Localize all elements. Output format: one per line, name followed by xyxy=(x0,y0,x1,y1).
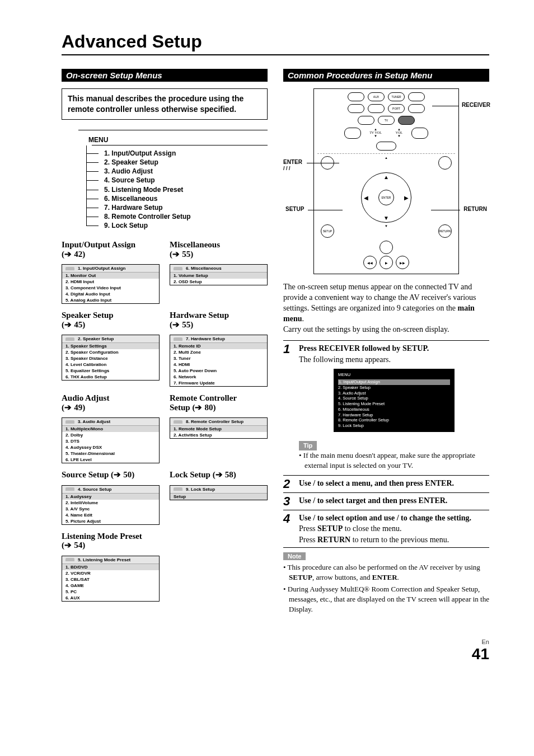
note-1: • This procedure can also be performed o… xyxy=(289,562,489,582)
box-source: 4. Source Setup1. Audyssey2. IntelliVolu… xyxy=(62,485,160,525)
label-receiver: RECEIVER xyxy=(462,102,490,108)
note-label: Note xyxy=(283,552,306,560)
block-source: Source Setup (➔ 50) xyxy=(62,470,160,480)
block-misc: Miscellaneous(➔ 55) xyxy=(170,240,268,259)
block-remote: Remote ControllerSetup (➔ 80) xyxy=(170,393,268,412)
box-speaker: 2. Speaker Setup1. Speaker Settings2. Sp… xyxy=(62,335,160,381)
main-menu-tree: MENU 1. Input/Output Assign 2. Speaker S… xyxy=(78,130,268,231)
mini-menu-screen: MENU 1. Input/Output Assign 2. Speaker S… xyxy=(334,369,455,432)
box-audio: 3. Audio Adjust1. Multiplex/Mono2. Dolby… xyxy=(62,417,160,463)
intro-box: This manual describes the procedure usin… xyxy=(62,88,268,120)
label-setup: SETUP xyxy=(285,206,304,212)
title-rule xyxy=(62,54,489,55)
box-io: 1. Input/Output Assign1. Monitor Out2. H… xyxy=(62,264,160,304)
page-footer: En 41 xyxy=(62,638,489,663)
box-lock: 9. Lock SetupSetup xyxy=(170,485,268,500)
block-lock: Lock Setup (➔ 58) xyxy=(170,470,268,480)
steps: 1 Press RECEIVER followed by SETUP. The … xyxy=(283,340,489,548)
box-listening: 5. Listening Mode Preset1. BD/DVD2. VCR/… xyxy=(62,556,160,602)
note-2: • During Audyssey MultEQ® Room Correctio… xyxy=(289,584,489,614)
section-common: Common Procedures in Setup Menu xyxy=(283,69,489,82)
section-onscreen: On-screen Setup Menus xyxy=(62,69,268,82)
box-misc: 6. Miscellaneous1. Volume Setup2. OSD Se… xyxy=(170,264,268,285)
block-audio: Audio Adjust(➔ 49) xyxy=(62,393,160,412)
remote-diagram: RECEIVER ENTER/ / / SETUP RETURN AUXTUNE… xyxy=(283,88,489,274)
block-io: Input/Output Assign(➔ 42) xyxy=(62,240,160,259)
page-title: Advanced Setup xyxy=(62,31,489,52)
block-listening: Listening Mode Preset(➔ 54) xyxy=(62,532,160,550)
block-hardware: Hardware Setup(➔ 55) xyxy=(170,311,268,329)
box-hardware: 7. Hardware Setup1. Remote ID2. Multi Zo… xyxy=(170,335,268,387)
box-remote: 8. Remote Controller Setup1. Remote Mode… xyxy=(170,417,268,439)
label-enter: ENTER/ / / xyxy=(283,159,302,171)
block-speaker: Speaker Setup(➔ 45) xyxy=(62,311,160,329)
tip-label: Tip xyxy=(299,441,317,450)
intro-paragraph: The on-screen setup menus appear on the … xyxy=(283,282,489,335)
label-return: RETURN xyxy=(463,206,487,212)
